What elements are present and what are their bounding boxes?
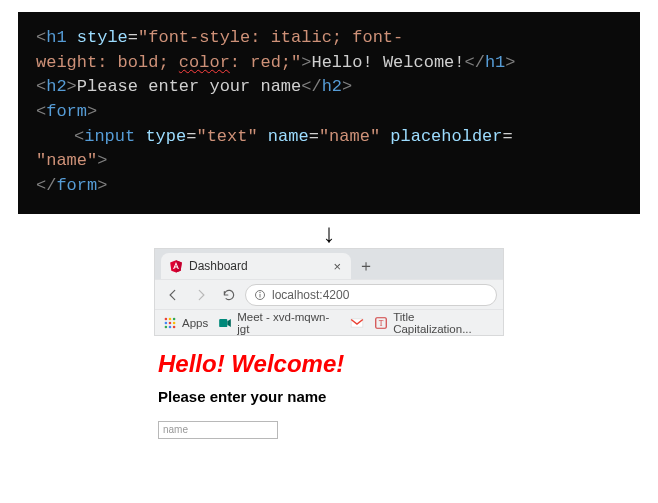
browser-window: Dashboard × ＋ localhost:4200 <box>154 248 504 439</box>
browser-addressbar: localhost:4200 <box>155 279 503 309</box>
apps-icon <box>163 316 177 330</box>
titlecap-icon: T <box>374 316 388 330</box>
reload-button[interactable] <box>217 283 241 307</box>
back-button[interactable] <box>161 283 185 307</box>
arrow-row: ↓ <box>0 220 658 246</box>
svg-text:T: T <box>379 319 384 328</box>
arrow-down-icon: ↓ <box>323 220 336 246</box>
name-input[interactable] <box>158 421 278 439</box>
new-tab-button[interactable]: ＋ <box>355 255 377 277</box>
svg-point-8 <box>165 322 168 325</box>
code-line-7: </form> <box>36 174 622 199</box>
code-line-2: weight: bold; color: red;">Hello! Welcom… <box>36 51 622 76</box>
tab-close-icon[interactable]: × <box>333 259 341 274</box>
svg-point-10 <box>173 322 176 325</box>
code-block: <h1 style="font-style: italic; font- wei… <box>18 12 640 214</box>
bookmark-label: Title Capitalization... <box>393 311 495 335</box>
svg-rect-14 <box>219 319 227 327</box>
svg-point-11 <box>165 326 168 329</box>
meet-icon <box>218 316 232 330</box>
bookmark-titlecap[interactable]: T Title Capitalization... <box>374 311 495 335</box>
code-line-6: "name"> <box>36 149 622 174</box>
rendered-h1: Hello! Welcome! <box>158 350 500 378</box>
browser-tabbar: Dashboard × ＋ <box>155 249 503 279</box>
bookmark-gmail[interactable] <box>350 316 364 330</box>
site-info-icon[interactable] <box>254 289 266 301</box>
angular-icon <box>169 259 183 273</box>
code-line-3: <h2>Please enter your name</h2> <box>36 75 622 100</box>
bookmark-meet[interactable]: Meet - xvd-mqwn-jgt <box>218 311 340 335</box>
bookmark-apps[interactable]: Apps <box>163 316 208 330</box>
url-text: localhost:4200 <box>272 288 349 302</box>
svg-point-4 <box>259 292 260 293</box>
svg-point-9 <box>169 322 172 325</box>
bookmark-label: Apps <box>182 317 208 329</box>
bookmark-label: Meet - xvd-mqwn-jgt <box>237 311 340 335</box>
gmail-icon <box>350 316 364 330</box>
code-line-5: <input type="text" name="name" placehold… <box>36 125 622 150</box>
svg-point-5 <box>165 318 168 321</box>
code-line-4: <form> <box>36 100 622 125</box>
svg-point-6 <box>169 318 172 321</box>
rendered-page: Hello! Welcome! Please enter your name <box>154 336 504 439</box>
svg-point-13 <box>173 326 176 329</box>
forward-button[interactable] <box>189 283 213 307</box>
browser-tab-active[interactable]: Dashboard × <box>161 253 351 279</box>
browser-chrome: Dashboard × ＋ localhost:4200 <box>154 248 504 336</box>
svg-marker-15 <box>228 319 232 327</box>
svg-point-7 <box>173 318 176 321</box>
url-box[interactable]: localhost:4200 <box>245 284 497 306</box>
code-line-1: <h1 style="font-style: italic; font- <box>36 26 622 51</box>
tab-title: Dashboard <box>189 259 327 273</box>
svg-point-12 <box>169 326 172 329</box>
rendered-h2: Please enter your name <box>158 388 500 405</box>
bookmarks-bar: Apps Meet - xvd-mqwn-jgt T Title Capital… <box>155 309 503 335</box>
